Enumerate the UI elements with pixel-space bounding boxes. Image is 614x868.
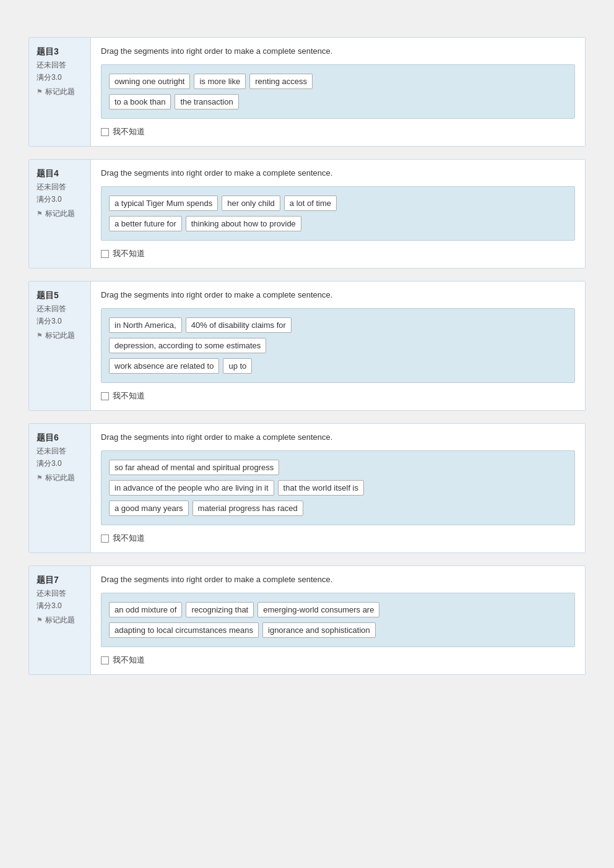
dont-know-q5[interactable]: 我不知道 <box>101 390 575 402</box>
question-score-q3: 满分3.0 <box>37 72 83 83</box>
question-content-q7: Drag the segments into right order to ma… <box>91 566 585 674</box>
segment-row-q5-2: work absence are related toup to <box>109 358 567 374</box>
segment-q6-2-0[interactable]: a good many years <box>109 501 189 516</box>
segment-q6-1-0[interactable]: in advance of the people who are living … <box>109 480 274 496</box>
segment-row-q3-0: owning one outrightis more likerenting a… <box>109 74 567 89</box>
segment-q5-0-1[interactable]: 40% of disability claims for <box>186 317 292 333</box>
question-sidebar-q5: 题目5还未回答满分3.0⚑标记此题 <box>29 281 91 410</box>
flag-label-q5: 标记此题 <box>45 330 75 341</box>
question-flag-q3[interactable]: ⚑标记此题 <box>37 87 83 97</box>
segment-row-q5-1: depression, according to some estimates <box>109 338 567 353</box>
dont-know-label-q5: 我不知道 <box>113 390 145 402</box>
dont-know-label-q6: 我不知道 <box>113 533 145 544</box>
question-sidebar-q7: 题目7还未回答满分3.0⚑标记此题 <box>29 566 91 674</box>
question-status-q4: 还未回答 <box>37 182 83 192</box>
dont-know-checkbox-q5[interactable] <box>101 392 109 400</box>
question-number-q3: 题目3 <box>37 46 83 58</box>
flag-label-q3: 标记此题 <box>45 87 75 97</box>
segment-q5-1-0[interactable]: depression, according to some estimates <box>109 338 266 353</box>
segment-q7-0-2[interactable]: emerging-world consumers are <box>257 602 379 617</box>
segment-row-q4-0: a typical Tiger Mum spendsher only child… <box>109 196 567 211</box>
question-flag-q7[interactable]: ⚑标记此题 <box>37 615 83 625</box>
segment-row-q4-1: a better future forthinking about how to… <box>109 216 567 231</box>
flag-icon: ⚑ <box>37 616 43 624</box>
flag-label-q6: 标记此题 <box>45 473 75 483</box>
segment-q3-0-1[interactable]: is more like <box>194 74 246 89</box>
segment-row-q7-1: adapting to local circumstances meansign… <box>109 622 567 638</box>
question-status-q6: 还未回答 <box>37 446 83 457</box>
question-sidebar-q4: 题目4还未回答满分3.0⚑标记此题 <box>29 160 91 268</box>
segment-q5-2-1[interactable]: up to <box>223 358 252 374</box>
segments-area-q5: in North America,40% of disability claim… <box>101 308 575 383</box>
dont-know-checkbox-q4[interactable] <box>101 250 109 258</box>
dont-know-checkbox-q7[interactable] <box>101 656 109 664</box>
question-instruction-q3: Drag the segments into right order to ma… <box>101 46 575 56</box>
dont-know-q3[interactable]: 我不知道 <box>101 126 575 137</box>
question-content-q4: Drag the segments into right order to ma… <box>91 160 585 268</box>
question-content-q6: Drag the segments into right order to ma… <box>91 424 585 552</box>
question-content-q5: Drag the segments into right order to ma… <box>91 281 585 410</box>
segments-area-q3: owning one outrightis more likerenting a… <box>101 64 575 119</box>
question-status-q3: 还未回答 <box>37 60 83 71</box>
dont-know-label-q4: 我不知道 <box>113 248 145 259</box>
question-instruction-q4: Drag the segments into right order to ma… <box>101 168 575 178</box>
question-sidebar-q6: 题目6还未回答满分3.0⚑标记此题 <box>29 424 91 552</box>
dont-know-q4[interactable]: 我不知道 <box>101 248 575 259</box>
segment-q4-1-0[interactable]: a better future for <box>109 216 182 231</box>
dont-know-q7[interactable]: 我不知道 <box>101 655 575 666</box>
segment-q3-0-2[interactable]: renting access <box>249 74 313 89</box>
segments-area-q6: so far ahead of mental and spiritual pro… <box>101 450 575 525</box>
question-instruction-q5: Drag the segments into right order to ma… <box>101 290 575 299</box>
segment-q6-2-1[interactable]: material progress has raced <box>192 501 303 516</box>
segment-q4-1-1[interactable]: thinking about how to provide <box>186 216 301 231</box>
question-score-q6: 满分3.0 <box>37 458 83 469</box>
segment-q6-1-1[interactable]: that the world itself is <box>278 480 364 496</box>
dont-know-checkbox-q6[interactable] <box>101 535 109 543</box>
question-number-q6: 题目6 <box>37 432 83 444</box>
segment-q5-2-0[interactable]: work absence are related to <box>109 358 219 374</box>
flag-label-q7: 标记此题 <box>45 615 75 625</box>
question-number-q4: 题目4 <box>37 168 83 179</box>
segment-q4-0-0[interactable]: a typical Tiger Mum spends <box>109 196 218 211</box>
segments-area-q4: a typical Tiger Mum spendsher only child… <box>101 186 575 241</box>
question-instruction-q7: Drag the segments into right order to ma… <box>101 575 575 584</box>
flag-icon: ⚑ <box>37 88 43 96</box>
segment-q7-1-1[interactable]: ignorance and sophistication <box>262 622 376 638</box>
segment-row-q6-0: so far ahead of mental and spiritual pro… <box>109 460 567 475</box>
dont-know-q6[interactable]: 我不知道 <box>101 533 575 544</box>
segment-q3-0-0[interactable]: owning one outright <box>109 74 190 89</box>
segment-q6-0-0[interactable]: so far ahead of mental and spiritual pro… <box>109 460 279 475</box>
question-block-q6: 题目6还未回答满分3.0⚑标记此题Drag the segments into … <box>28 423 586 553</box>
segment-q3-1-1[interactable]: the transaction <box>175 94 238 110</box>
question-content-q3: Drag the segments into right order to ma… <box>91 38 585 146</box>
segments-area-q7: an odd mixture ofrecognizing thatemergin… <box>101 593 575 647</box>
question-score-q4: 满分3.0 <box>37 194 83 205</box>
question-flag-q6[interactable]: ⚑标记此题 <box>37 473 83 483</box>
segment-q7-1-0[interactable]: adapting to local circumstances means <box>109 622 259 638</box>
question-block-q4: 题目4还未回答满分3.0⚑标记此题Drag the segments into … <box>28 159 586 269</box>
flag-icon: ⚑ <box>37 210 43 218</box>
question-block-q3: 题目3还未回答满分3.0⚑标记此题Drag the segments into … <box>28 37 586 147</box>
question-block-q5: 题目5还未回答满分3.0⚑标记此题Drag the segments into … <box>28 281 586 411</box>
segment-row-q7-0: an odd mixture ofrecognizing thatemergin… <box>109 602 567 617</box>
segment-q4-0-2[interactable]: a lot of time <box>284 196 337 211</box>
question-score-q7: 满分3.0 <box>37 601 83 611</box>
question-flag-q5[interactable]: ⚑标记此题 <box>37 330 83 341</box>
dont-know-checkbox-q3[interactable] <box>101 128 109 136</box>
question-number-q7: 题目7 <box>37 575 83 586</box>
segment-q5-0-0[interactable]: in North America, <box>109 317 182 333</box>
question-number-q5: 题目5 <box>37 290 83 301</box>
question-flag-q4[interactable]: ⚑标记此题 <box>37 208 83 219</box>
segment-row-q5-0: in North America,40% of disability claim… <box>109 317 567 333</box>
segment-q3-1-0[interactable]: to a book than <box>109 94 171 110</box>
segment-q4-0-1[interactable]: her only child <box>222 196 280 211</box>
dont-know-label-q3: 我不知道 <box>113 126 145 137</box>
page-container: 题目3还未回答满分3.0⚑标记此题Drag the segments into … <box>28 12 586 675</box>
segment-row-q6-2: a good many yearsmaterial progress has r… <box>109 501 567 516</box>
dont-know-label-q7: 我不知道 <box>113 655 145 666</box>
segment-q7-0-0[interactable]: an odd mixture of <box>109 602 182 617</box>
flag-icon: ⚑ <box>37 332 43 340</box>
flag-icon: ⚑ <box>37 474 43 482</box>
segment-row-q3-1: to a book thanthe transaction <box>109 94 567 110</box>
segment-q7-0-1[interactable]: recognizing that <box>186 602 254 617</box>
